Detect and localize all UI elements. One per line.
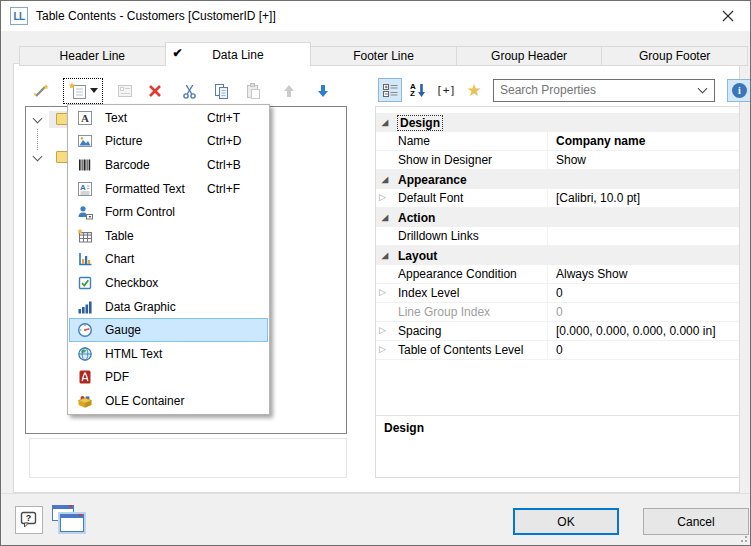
help-button[interactable]: ?: [15, 506, 43, 534]
close-icon: [722, 10, 734, 22]
property-value[interactable]: 0: [548, 284, 739, 302]
property-grid: ◢ Design Name Company name Show in Desig…: [375, 106, 740, 478]
arrow-up-icon: [281, 83, 297, 99]
category-expanded-icon: ◢: [376, 118, 390, 127]
arrow-down-icon: [315, 83, 331, 99]
titlebar: LL Table Contents - Customers [CustomerI…: [1, 1, 750, 31]
expand-all-button[interactable]: [+]: [434, 78, 458, 102]
magic-wand-icon: [32, 82, 50, 100]
cancel-button[interactable]: Cancel: [643, 508, 749, 535]
info-icon: i: [732, 83, 747, 98]
dropdown-arrow-icon: [90, 88, 99, 94]
property-row-show-in-designer[interactable]: Show in Designer Show: [376, 151, 739, 170]
window-title: Table Contents - Customers [CustomerID […: [36, 9, 276, 23]
menu-item-gauge[interactable]: Gauge: [69, 318, 268, 342]
expand-icon[interactable]: ▷: [379, 192, 386, 202]
property-value[interactable]: Show: [548, 151, 739, 169]
property-category-appearance[interactable]: ◢ Appearance: [376, 170, 739, 189]
search-properties-box: [493, 79, 715, 102]
property-row-drilldown-links[interactable]: Drilldown Links: [376, 227, 739, 246]
formatted-text-icon: A: [76, 180, 93, 197]
menu-item-pdf[interactable]: PDF: [68, 366, 269, 390]
property-row-spacing[interactable]: ▷ Spacing [0.000, 0.000, 0.000, 0.000 in…: [376, 322, 739, 341]
cut-button[interactable]: [177, 79, 201, 103]
new-element-icon: [68, 82, 88, 100]
copy-icon: [212, 82, 230, 100]
data-graphic-icon: [76, 298, 93, 315]
categorized-view-icon: [382, 82, 399, 99]
picture-icon: [76, 133, 93, 150]
tab-footer-line[interactable]: Footer Line: [310, 46, 457, 66]
info-button[interactable]: i: [727, 79, 751, 102]
property-category-design[interactable]: ◢ Design: [376, 113, 739, 132]
magic-wand-button[interactable]: [29, 79, 53, 103]
menu-item-text[interactable]: A Text Ctrl+T: [68, 106, 269, 130]
star-icon: ★: [466, 82, 481, 99]
move-down-button[interactable]: [311, 79, 335, 103]
property-category-layout[interactable]: ◢ Layout: [376, 246, 739, 265]
table-contents-dialog: LL Table Contents - Customers [CustomerI…: [0, 0, 751, 546]
ok-button[interactable]: OK: [513, 508, 619, 535]
property-description-title: Design: [384, 421, 424, 435]
favorites-button[interactable]: ★: [462, 78, 486, 102]
tab-header-line[interactable]: Header Line: [19, 46, 166, 66]
tab-bar: Header Line ✔ Data Line Footer Line Grou…: [19, 42, 748, 66]
paste-icon: [244, 82, 262, 100]
search-properties-input[interactable]: [494, 83, 699, 97]
edit-button[interactable]: [113, 79, 137, 103]
ole-container-icon: [76, 392, 93, 409]
menu-item-data-graphic[interactable]: Data Graphic: [68, 295, 269, 319]
property-value[interactable]: [Calibri, 10.0 pt]: [548, 189, 739, 207]
close-button[interactable]: [705, 1, 750, 31]
property-value[interactable]: [0.000, 0.000, 0.000, 0.000 in]: [548, 322, 739, 340]
expand-all-icon: [+]: [436, 84, 456, 97]
property-category-action[interactable]: ◢ Action: [376, 208, 739, 227]
help-icon: ?: [18, 510, 40, 530]
property-value[interactable]: Always Show: [548, 265, 739, 283]
property-value[interactable]: [548, 227, 739, 245]
menu-item-formatted-text[interactable]: A Formatted Text Ctrl+F: [68, 177, 269, 201]
check-icon: ✔: [173, 46, 183, 60]
property-value[interactable]: Company name: [548, 132, 739, 150]
delete-button[interactable]: [143, 79, 167, 103]
property-row-default-font[interactable]: ▷ Default Font [Calibri, 10.0 pt]: [376, 189, 739, 208]
chart-icon: [76, 251, 93, 268]
menu-item-picture[interactable]: Picture Ctrl+D: [68, 130, 269, 154]
tab-group-footer[interactable]: Group Footer: [601, 46, 748, 66]
sort-arrow-icon: [417, 83, 426, 98]
left-description-panel: [29, 438, 347, 478]
property-row-appearance-condition[interactable]: Appearance Condition Always Show: [376, 265, 739, 284]
property-value[interactable]: 0: [548, 341, 739, 359]
property-row-index-level[interactable]: ▷ Index Level 0: [376, 284, 739, 303]
sort-alphabetical-button[interactable]: AZ: [406, 78, 430, 102]
copy-button[interactable]: [209, 79, 233, 103]
svg-text:A: A: [80, 183, 86, 192]
menu-item-barcode[interactable]: Barcode Ctrl+B: [68, 153, 269, 177]
menu-item-form-control[interactable]: Form Control: [68, 200, 269, 224]
tab-data-line[interactable]: ✔ Data Line: [165, 42, 312, 66]
svg-text:?: ?: [26, 513, 32, 523]
html-text-icon: [76, 345, 93, 362]
resize-grip[interactable]: [737, 532, 747, 542]
expand-icon[interactable]: ▷: [379, 344, 386, 354]
expand-icon[interactable]: ▷: [379, 287, 386, 297]
menu-item-html-text[interactable]: HTML Text: [68, 342, 269, 366]
categorized-view-button[interactable]: [378, 78, 402, 102]
menu-item-table[interactable]: Table: [68, 224, 269, 248]
expand-icon[interactable]: ▷: [379, 325, 386, 335]
property-row-toc-level[interactable]: ▷ Table of Contents Level 0: [376, 341, 739, 360]
new-element-dropdown-button[interactable]: [63, 78, 103, 104]
chevron-down-icon[interactable]: [698, 83, 708, 93]
tab-group-header[interactable]: Group Header: [456, 46, 603, 66]
property-row-name[interactable]: Name Company name: [376, 132, 739, 151]
edit-fields-icon: [116, 82, 134, 100]
cascade-windows-icon[interactable]: [51, 504, 85, 536]
menu-item-chart[interactable]: Chart: [68, 248, 269, 272]
menu-item-checkbox[interactable]: Checkbox: [68, 271, 269, 295]
move-up-button[interactable]: [277, 79, 301, 103]
paste-button[interactable]: [241, 79, 265, 103]
tree-expander-icon[interactable]: [33, 152, 43, 162]
tree-expander-icon[interactable]: [33, 114, 43, 124]
menu-item-ole-container[interactable]: OLE Container: [68, 389, 269, 413]
svg-text:A: A: [81, 112, 89, 124]
